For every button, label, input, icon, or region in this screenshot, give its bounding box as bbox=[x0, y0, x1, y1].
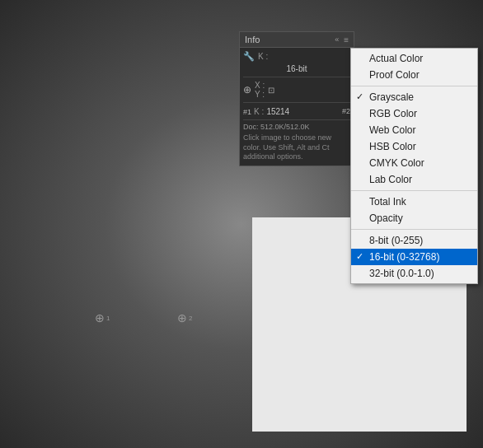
x-value: X : bbox=[255, 81, 265, 90]
menu-item-cmyk-color[interactable]: CMYK Color bbox=[351, 155, 477, 171]
bit-label: 16-bit bbox=[286, 64, 307, 73]
crosshair-2: ⊕2 bbox=[177, 311, 192, 324]
menu-sep-1 bbox=[351, 86, 477, 86]
eyedropper-icon-1: 🔧 bbox=[243, 51, 255, 62]
sample-1-info: #1 K : 15214 bbox=[243, 106, 337, 116]
panel-collapse-btn[interactable]: « bbox=[333, 35, 340, 44]
divider-2 bbox=[243, 102, 350, 103]
sample-1-num: #1 bbox=[243, 108, 251, 116]
y-label: Y : bbox=[255, 90, 265, 99]
menu-item-web-color[interactable]: Web Color bbox=[351, 122, 477, 138]
sample-1-k-value: 15214 bbox=[266, 107, 289, 116]
menu-item-hsb-color[interactable]: HSB Color bbox=[351, 138, 477, 155]
sample-row: #1 K : 15214 #2 bbox=[243, 106, 350, 116]
help-text: Click image to choose new color. Use Shi… bbox=[243, 133, 350, 162]
crosshair-2-icon: ⊕ bbox=[177, 311, 187, 324]
panel-body: 🔧 K : 16-bit ⊕ X : Y : ⊡ #1 K : 15214 #2 bbox=[240, 48, 354, 166]
color-mode-dropdown: Actual Color Proof Color Grayscale RGB C… bbox=[350, 48, 478, 284]
doc-info: Doc: 512.0K/512.0K bbox=[243, 119, 350, 131]
info-panel: Info « ≡ 🔧 K : 16-bit ⊕ X : Y : ⊡ bbox=[239, 31, 354, 166]
k-label-1: K : bbox=[258, 52, 268, 61]
xy-row: ⊕ X : Y : ⊡ bbox=[243, 81, 350, 99]
menu-item-8bit[interactable]: 8-bit (0-255) bbox=[351, 232, 477, 249]
menu-item-proof-color[interactable]: Proof Color bbox=[351, 67, 477, 83]
crosshair-2-subscript: 2 bbox=[189, 315, 192, 322]
panel-title: Info bbox=[245, 35, 260, 44]
menu-item-grayscale[interactable]: Grayscale bbox=[351, 89, 477, 105]
menu-sep-3 bbox=[351, 229, 477, 230]
panel-controls: « ≡ bbox=[333, 35, 349, 44]
menu-item-total-ink[interactable]: Total Ink bbox=[351, 194, 477, 210]
crosshair-1: ⊕1 bbox=[95, 311, 110, 324]
menu-item-lab-color[interactable]: Lab Color bbox=[351, 171, 477, 188]
menu-item-16bit[interactable]: 16-bit (0-32768) bbox=[351, 249, 477, 265]
menu-sep-2 bbox=[351, 190, 477, 191]
sample-2-num: #2 bbox=[342, 107, 350, 115]
xy-values: X : Y : bbox=[255, 81, 265, 99]
bit-row: 16-bit bbox=[243, 64, 350, 73]
y-value: Y : bbox=[255, 90, 265, 99]
color-row-1: 🔧 K : bbox=[243, 51, 350, 62]
menu-item-actual-color[interactable]: Actual Color bbox=[351, 50, 477, 67]
panel-titlebar: Info « ≡ bbox=[240, 32, 354, 48]
menu-item-opacity[interactable]: Opacity bbox=[351, 210, 477, 226]
crosshair-xy-icon: ⊕ bbox=[243, 84, 251, 96]
menu-item-rgb-color[interactable]: RGB Color bbox=[351, 105, 477, 122]
crosshair-1-subscript: 1 bbox=[106, 315, 110, 322]
divider-1 bbox=[243, 77, 350, 77]
menu-item-32bit[interactable]: 32-bit (0.0-1.0) bbox=[351, 265, 477, 282]
resize-icon: ⊡ bbox=[268, 86, 274, 95]
sample-1-k-label: K : bbox=[254, 107, 264, 116]
x-label: X : bbox=[255, 81, 265, 90]
crosshair-1-icon: ⊕ bbox=[95, 311, 105, 324]
panel-menu-btn[interactable]: ≡ bbox=[344, 35, 349, 44]
